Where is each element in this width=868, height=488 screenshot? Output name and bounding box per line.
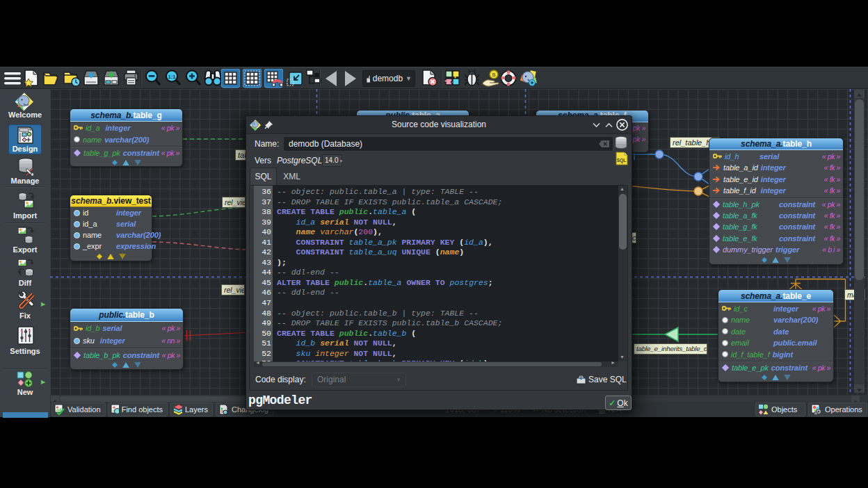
svg-text:SQL: SQL	[617, 158, 626, 163]
svg-text:S: S	[492, 72, 496, 78]
svg-text:1:1: 1:1	[168, 74, 176, 80]
